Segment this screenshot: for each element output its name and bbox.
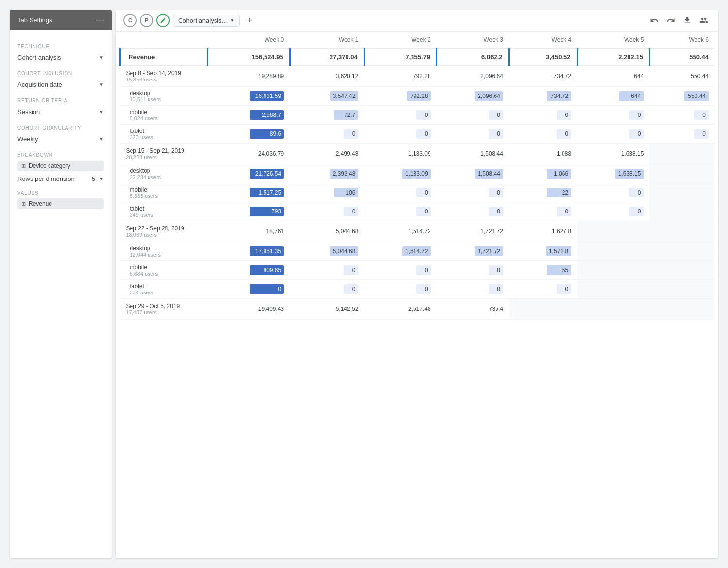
tab-edit-button[interactable] [156, 14, 170, 27]
undo-button[interactable] [647, 14, 661, 27]
revenue-week0: 156,524.95 [208, 49, 290, 66]
device-week4: 0 [509, 202, 577, 221]
rows-per-dimension-label: Rows per dimension [17, 175, 88, 182]
highlight-cell: 17,951.35 [250, 246, 284, 256]
group-week6 [649, 221, 714, 242]
device-week5: 644 [577, 87, 649, 106]
values-chip[interactable]: ⊞ Revenue [17, 198, 104, 209]
week-group-label: Sep 29 - Oct 5, 201917,437 users [120, 299, 208, 320]
group-week0: 18,761 [208, 221, 290, 242]
device-week6 [649, 242, 714, 261]
table-area: Week 0 Week 1 Week 2 Week 3 Week 4 Week … [116, 32, 718, 558]
device-week4: 734.72 [509, 87, 577, 106]
device-week1: 0 [290, 125, 364, 144]
device-week2: 792.28 [364, 87, 436, 106]
device-week5: 0 [577, 202, 649, 221]
add-tab-button[interactable]: + [243, 14, 256, 27]
device-label: tablet334 users [120, 280, 208, 299]
week-group-label: Sep 8 - Sep 14, 201915,856 users [120, 66, 208, 87]
technique-label: TECHNIQUE [17, 44, 104, 49]
empty-cell [684, 248, 709, 255]
group-week1: 2,499.48 [290, 144, 364, 164]
cohort-granularity-label: COHORT GRANULARITY [17, 125, 104, 130]
device-name: tablet [130, 283, 202, 290]
sidebar: Tab Settings — TECHNIQUE Cohort analysis… [10, 10, 112, 558]
cohort-analysis-tab[interactable]: Cohort analysis... ▼ [173, 15, 240, 27]
device-week0: 16,631.59 [208, 87, 290, 106]
cohort-granularity-value: Weekly [17, 135, 38, 143]
group-users: 28,228 users [126, 154, 202, 160]
highlight-cell: 793 [250, 207, 284, 216]
zero-cell: 0 [344, 129, 358, 139]
zero-cell: 0 [629, 129, 644, 139]
device-label: desktop12,044 users [120, 242, 208, 261]
cohort-granularity-dropdown[interactable]: Weekly ▼ [17, 133, 104, 145]
group-week2: 792.28 [364, 66, 436, 87]
download-button[interactable] [680, 14, 694, 27]
device-week4: 22 [509, 183, 577, 202]
empty-cell [684, 286, 709, 292]
zero-cell: 0 [489, 129, 503, 139]
device-week0: 2,568.7 [208, 106, 290, 125]
device-name: mobile [130, 109, 202, 115]
device-week6: 0 [649, 106, 714, 125]
return-criteria-dropdown[interactable]: Session ▼ [17, 106, 104, 117]
rows-per-dimension-arrow-icon[interactable]: ▼ [99, 176, 104, 181]
device-week5: 0 [577, 125, 649, 144]
device-users: 5,684 users [130, 271, 202, 276]
value-cell: 550.44 [684, 91, 709, 101]
value-cell: 106 [334, 188, 358, 197]
main-content: C P Cohort analysis... ▼ + [116, 10, 718, 558]
zero-cell: 0 [694, 110, 709, 120]
device-week4: 1,572.8 [509, 242, 577, 261]
minimize-icon[interactable]: — [96, 16, 104, 24]
technique-dropdown[interactable]: Cohort analysis ▼ [17, 52, 104, 63]
device-week0: 1,517.25 [208, 183, 290, 202]
device-label: desktop22,234 users [120, 164, 208, 183]
device-week3: 0 [437, 261, 509, 280]
group-week6: 550.44 [649, 66, 714, 87]
zero-cell: 0 [629, 110, 644, 120]
cohort-inclusion-value: Acquisition date [17, 81, 62, 88]
device-week4: 0 [509, 280, 577, 299]
breakdown-chip[interactable]: ⊞ Device category [17, 161, 104, 171]
value-cell: 2,096.64 [475, 91, 503, 101]
device-row: tablet334 users00000 [120, 280, 715, 299]
group-week2: 1,133.09 [364, 144, 436, 164]
device-week2: 1,133.09 [364, 164, 436, 183]
cohort-inclusion-dropdown[interactable]: Acquisition date ▼ [17, 79, 104, 90]
empty-cell [619, 286, 644, 292]
device-week6 [649, 261, 714, 280]
device-row: mobile5,335 users1,517.2510600220 [120, 183, 715, 202]
week-group-row: Sep 22 - Sep 28, 201918,069 users18,7615… [120, 221, 715, 242]
device-week5: 0 [577, 106, 649, 125]
device-users: 22,234 users [130, 174, 202, 180]
tab-p-button[interactable]: P [140, 14, 153, 27]
value-cell: 1,066 [547, 169, 571, 179]
device-week3: 1,508.44 [437, 164, 509, 183]
redo-button[interactable] [664, 14, 678, 27]
device-week3: 0 [437, 202, 509, 221]
device-users: 334 users [130, 290, 202, 295]
toolbar: C P Cohort analysis... ▼ + [116, 10, 718, 32]
highlight-cell: 2,568.7 [250, 110, 284, 120]
device-name: mobile [130, 186, 202, 193]
empty-cell [684, 170, 709, 177]
group-week1: 5,142.52 [290, 299, 364, 320]
device-week5: 0 [577, 183, 649, 202]
week-group-label: Sep 15 - Sep 21, 201928,228 users [120, 144, 208, 164]
device-week2: 0 [364, 106, 436, 125]
col-header-week6: Week 6 [649, 32, 714, 49]
return-criteria-value: Session [17, 108, 40, 115]
revenue-week6: 550.44 [649, 49, 714, 66]
device-week6: 550.44 [649, 87, 714, 106]
tab-c-button[interactable]: C [123, 14, 137, 27]
table-header-row: Week 0 Week 1 Week 2 Week 3 Week 4 Week … [120, 32, 715, 49]
zero-cell: 0 [344, 284, 358, 294]
revenue-week5: 2,282.15 [577, 49, 649, 66]
share-button[interactable] [697, 14, 711, 27]
zero-cell: 0 [629, 188, 644, 197]
device-row: mobile5,684 users809.6500055 [120, 261, 715, 280]
tab-name: Cohort analysis... [178, 17, 227, 24]
device-week0: 0 [208, 280, 290, 299]
